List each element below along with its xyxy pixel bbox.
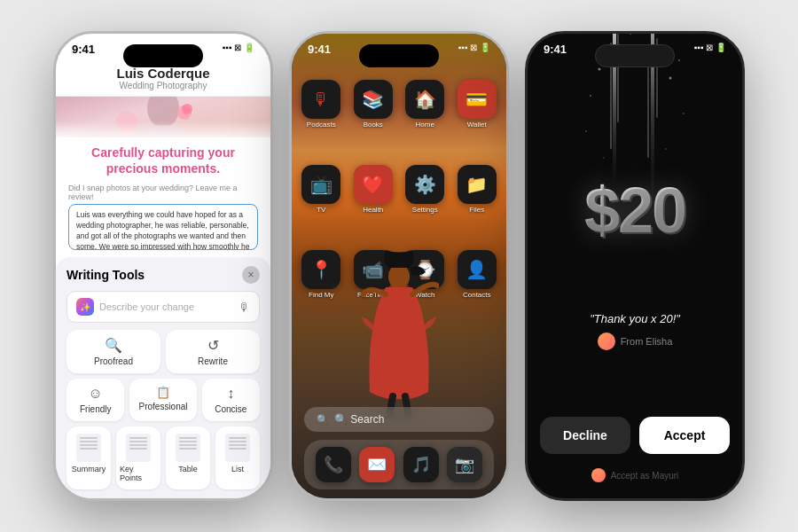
- review-text-box[interactable]: Luis was everything we could have hoped …: [68, 204, 258, 250]
- payment-actions: Decline Accept: [540, 417, 730, 454]
- findmy-icon: 📍: [301, 250, 340, 289]
- person-svg: [359, 250, 439, 419]
- summary-icon: [76, 434, 101, 462]
- writing-tools-search[interactable]: ✨ Describe your change 🎙: [66, 291, 260, 323]
- mic-icon[interactable]: 🎙: [239, 301, 250, 314]
- table-button[interactable]: Table: [166, 426, 210, 489]
- key-points-button[interactable]: Key Points: [116, 426, 160, 489]
- photographer-name: Luis Coderque: [56, 66, 270, 81]
- friendly-button[interactable]: ☺ Friendly: [66, 379, 124, 421]
- svg-point-18: [683, 113, 685, 114]
- tv-icon: 📺: [301, 165, 340, 204]
- dock-camera[interactable]: 📷: [447, 447, 482, 482]
- rewrite-label: Rewrite: [198, 356, 228, 366]
- rewrite-button[interactable]: ↺ Rewrite: [166, 330, 260, 373]
- tv-label: TV: [317, 206, 325, 214]
- writing-tools-close[interactable]: ×: [242, 266, 260, 284]
- app-contacts[interactable]: 👤 Contacts: [455, 250, 500, 299]
- podcasts-label: Podcasts: [307, 121, 336, 129]
- review-prompt: Did I snap photos at your wedding? Leave…: [56, 180, 270, 204]
- app-settings[interactable]: ⚙️ Settings: [403, 165, 448, 214]
- app-home[interactable]: 🏠 Home: [403, 80, 448, 129]
- person-figure: [359, 250, 439, 419]
- app-row-2: 📺 TV ❤️ Health ⚙️ Settings 📁 Files: [292, 165, 506, 214]
- summary-button[interactable]: Summary: [66, 426, 111, 489]
- app-health[interactable]: ❤️ Health: [351, 165, 396, 214]
- professional-button[interactable]: 📋 Professional: [129, 379, 196, 421]
- dock-phone[interactable]: 📞: [316, 447, 351, 482]
- photographer-sub: Wedding Photography: [56, 81, 270, 90]
- app-podcasts[interactable]: 🎙 Podcasts: [299, 80, 344, 129]
- rewrite-icon: ↺: [207, 337, 219, 354]
- phone-1: 9:41 ▪▪▪ ⊠ 🔋 Luis Coderque Wedding Photo…: [53, 31, 273, 501]
- svg-point-19: [603, 157, 605, 159]
- app-tv[interactable]: 📺 TV: [299, 165, 344, 214]
- friendly-label: Friendly: [80, 404, 112, 414]
- list-button[interactable]: List: [215, 426, 260, 489]
- status-time-1: 9:41: [72, 43, 95, 56]
- phone-3: 9:41 ▪▪▪ ⊠ 🔋: [525, 31, 745, 501]
- dock-mail-icon: ✉️: [359, 447, 395, 482]
- svg-point-20: [665, 148, 667, 150]
- concise-button[interactable]: ↕ Concise: [202, 379, 260, 421]
- status-time-2: 9:41: [308, 43, 331, 56]
- sender-avatar: [598, 332, 615, 350]
- professional-icon: 📋: [156, 386, 170, 399]
- phone2-screen: 9:41 ▪▪▪ ⊠ 🔋 🎙 Podcasts 📚 Books 🏠 Home 💳…: [292, 34, 506, 498]
- decline-button[interactable]: Decline: [540, 417, 630, 454]
- proofread-icon: 🔍: [105, 337, 122, 354]
- payment-from: From Elisha: [590, 332, 680, 350]
- writing-tools-grid1: 🔍 Proofread ↺ Rewrite: [66, 330, 260, 373]
- summary-label: Summary: [72, 465, 106, 473]
- contacts-label: Contacts: [463, 291, 491, 299]
- phone1-screen: 9:41 ▪▪▪ ⊠ 🔋 Luis Coderque Wedding Photo…: [56, 34, 270, 498]
- app-row-1: 🎙 Podcasts 📚 Books 🏠 Home 💳 Wallet: [292, 80, 506, 129]
- app-files[interactable]: 📁 Files: [455, 165, 500, 214]
- recipient-avatar: [591, 468, 606, 482]
- list-icon: [225, 434, 250, 462]
- app-wallet[interactable]: 💳 Wallet: [455, 80, 500, 129]
- payment-quote: "Thank you x 20!": [590, 312, 680, 325]
- photographer-header: Luis Coderque Wedding Photography: [56, 62, 270, 97]
- home-label: Home: [416, 121, 434, 129]
- status-icons-2: ▪▪▪ ⊠ 🔋: [458, 43, 490, 52]
- writing-tools-grid2: ☺ Friendly 📋 Professional ↕ Concise: [66, 379, 260, 421]
- status-bar-2: 9:41 ▪▪▪ ⊠ 🔋: [292, 34, 506, 73]
- dynamic-island-1: [123, 44, 203, 67]
- writing-tools-header: Writing Tools ×: [66, 266, 260, 284]
- files-label: Files: [469, 206, 484, 214]
- svg-point-14: [590, 95, 591, 97]
- status-icons-3: ▪▪▪ ⊠ 🔋: [694, 43, 726, 52]
- podcasts-icon: 🎙: [301, 80, 340, 119]
- proofread-button[interactable]: 🔍 Proofread: [66, 330, 160, 373]
- app-books[interactable]: 📚 Books: [351, 80, 396, 129]
- wallet-label: Wallet: [467, 121, 487, 129]
- hero-text-block: Carefully capturing your precious moment…: [56, 137, 270, 180]
- homescreen-search[interactable]: 🔍 🔍 Search: [304, 407, 494, 432]
- home-icon: 🏠: [405, 80, 444, 119]
- findmy-label: Find My: [309, 291, 333, 299]
- dock-music[interactable]: 🎵: [403, 447, 439, 482]
- key-points-icon: [126, 434, 151, 462]
- dock-mail[interactable]: ✉️: [359, 447, 395, 482]
- writing-tools-title: Writing Tools: [66, 268, 145, 282]
- app-findmy[interactable]: 📍 Find My: [299, 250, 344, 299]
- search-label-2: 🔍 Search: [334, 413, 384, 426]
- status-time-3: 9:41: [544, 43, 567, 56]
- photographer-photo: [56, 97, 270, 137]
- books-label: Books: [364, 121, 383, 129]
- files-icon: 📁: [458, 165, 497, 204]
- key-points-label: Key Points: [120, 465, 157, 482]
- friendly-icon: ☺: [89, 386, 103, 402]
- health-label: Health: [363, 206, 383, 214]
- dock-music-icon: 🎵: [403, 447, 439, 482]
- contacts-icon: 👤: [458, 250, 497, 289]
- svg-point-6: [388, 264, 410, 289]
- payment-footer: Accept as Mayuri: [591, 468, 679, 482]
- table-icon: [176, 434, 200, 462]
- table-label: Table: [178, 465, 198, 473]
- search-placeholder: Describe your change: [99, 301, 233, 312]
- accept-button[interactable]: Accept: [639, 417, 730, 454]
- professional-label: Professional: [138, 402, 187, 411]
- status-icons-1: ▪▪▪ ⊠ 🔋: [223, 43, 254, 52]
